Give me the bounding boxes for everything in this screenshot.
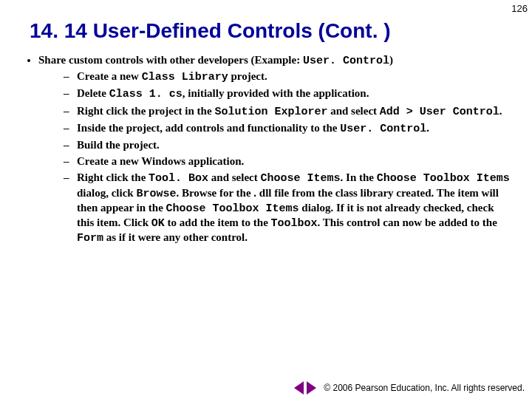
text: Inside the project, add controls and fun… (77, 122, 340, 134)
code: OK (151, 217, 165, 230)
text: . In the (341, 171, 377, 183)
text: to add the item to the (165, 216, 271, 228)
page-number: 126 (511, 3, 528, 14)
code: User. Control (340, 123, 426, 135)
text: project. (228, 70, 267, 82)
text: and select (327, 105, 379, 117)
text: Create a new (77, 70, 142, 82)
sub-bullet: Right click the project in the Solution … (64, 104, 510, 119)
sub-bullet: Create a new Class Library project. (64, 69, 510, 84)
slide-content: Share custom controls with other develop… (22, 53, 510, 245)
text: Right click the (77, 171, 149, 183)
text: dialog, click (77, 187, 136, 199)
text: Right click the project in the (77, 105, 214, 117)
sub-bullet: Build the project. (64, 138, 510, 152)
code: Class 1. cs (109, 88, 183, 100)
text: Delete (77, 87, 109, 99)
code: Choose Items (261, 172, 341, 185)
text: as if it were any other control. (103, 231, 248, 243)
next-slide-icon[interactable] (307, 381, 316, 395)
sub-bullet: Create a new Windows application. (64, 154, 510, 168)
code: Add > User Control (380, 106, 499, 118)
text: . (499, 105, 502, 117)
text: and select (208, 171, 260, 183)
code: Toolbox (271, 217, 318, 230)
text: . This control can now be added to the (318, 216, 497, 228)
text: . (426, 122, 429, 134)
top-bullet: Share custom controls with other develop… (38, 53, 510, 245)
top-bullet-suffix: ) (389, 54, 393, 66)
code: Tool. Box (149, 172, 208, 185)
top-bullet-code: User. Control (303, 55, 389, 67)
sub-bullet: Delete Class 1. cs, initially provided w… (64, 86, 510, 101)
copyright-text: © 2006 Pearson Education, Inc. All right… (324, 383, 525, 393)
code: Choose Toolbox Items (166, 202, 299, 215)
prev-slide-icon[interactable] (294, 381, 304, 395)
text: Build the project. (77, 139, 160, 151)
code: Choose Toolbox Items (377, 172, 510, 185)
code: Form (77, 232, 103, 245)
slide-title: 14. 14 User-Defined Controls (Cont. ) (30, 19, 502, 43)
code: Class Library (142, 71, 228, 83)
text: Create a new Windows application. (77, 155, 244, 167)
top-bullet-prefix: Share custom controls with other develop… (38, 54, 303, 66)
footer: © 2006 Pearson Education, Inc. All right… (294, 381, 525, 395)
code: Browse (136, 188, 176, 200)
sub-bullet: Right click the Tool. Box and select Cho… (64, 171, 510, 245)
text: , initially provided with the applicatio… (183, 87, 369, 99)
sub-bullet: Inside the project, add controls and fun… (64, 121, 510, 136)
code: Solution Explorer (214, 106, 327, 118)
nav-arrows (294, 381, 316, 395)
